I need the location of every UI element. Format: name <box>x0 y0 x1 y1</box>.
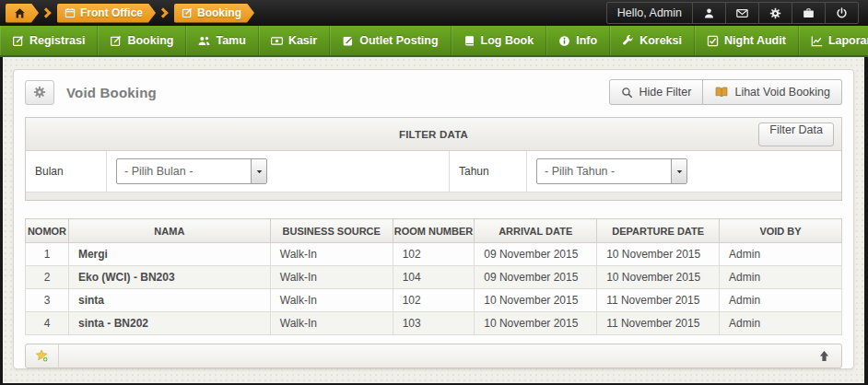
col-room-number: ROOM NUMBER <box>393 219 475 243</box>
breadcrumb-chevron-icon <box>158 7 168 18</box>
nav-item-info[interactable]: Info <box>546 26 610 55</box>
tahun-select[interactable]: - Pilih Tahun - <box>536 158 687 184</box>
filter-title: FILTER DATA <box>26 129 841 140</box>
book-icon <box>463 35 475 47</box>
cell-room-number: 103 <box>393 312 475 335</box>
col-nomor: NOMOR <box>26 219 69 243</box>
breadcrumb-label: Front Office <box>80 6 143 19</box>
nav-label: Registrasi <box>29 34 85 47</box>
users-icon <box>198 35 210 47</box>
add-favorite-button[interactable] <box>26 344 59 368</box>
header-button-group: Hide Filter Lihat Void Booking <box>609 79 842 105</box>
table-header-row: NOMOR NAMA BUSINESS SOURCE ROOM NUMBER A… <box>26 219 842 243</box>
void-booking-table: NOMOR NAMA BUSINESS SOURCE ROOM NUMBER A… <box>25 218 842 335</box>
messages-button[interactable] <box>725 3 758 23</box>
nav-label: Kasir <box>288 34 317 47</box>
caret-down-icon <box>675 168 684 176</box>
tahun-label: Tahun <box>450 151 527 192</box>
calendar-icon <box>65 7 76 18</box>
filter-data-button[interactable]: Filter Data <box>758 122 834 146</box>
cell-void-by: Admin <box>720 266 842 289</box>
bulan-select[interactable]: - Pilih Bulan - <box>116 158 267 184</box>
dropdown-arrow-button[interactable] <box>251 159 266 183</box>
cell-nomor: 4 <box>26 312 69 335</box>
cell-nomor: 2 <box>26 266 69 289</box>
cell-arrival-date: 09 November 2015 <box>475 243 597 266</box>
mail-icon <box>736 7 748 19</box>
tahun-select-value: - Pilih Tahun - <box>537 159 671 183</box>
greeting-text: Hello, Admin <box>607 3 692 23</box>
user-menu-button[interactable] <box>692 3 725 23</box>
tahun-field-cell: - Pilih Tahun - <box>527 151 841 192</box>
filter-header: FILTER DATA Filter Data <box>26 118 841 151</box>
bulan-select-value: - Pilih Bulan - <box>117 159 251 183</box>
nav-label: Log Book <box>481 34 534 47</box>
cell-business-source: Walk-In <box>270 312 393 335</box>
cell-departure-date: 11 November 2015 <box>597 289 720 312</box>
breadcrumb-front-office[interactable]: Front Office <box>57 4 156 23</box>
edit-icon <box>12 35 24 47</box>
greeting-label: Hello, Admin <box>617 6 682 19</box>
cell-nomor: 3 <box>26 289 69 312</box>
nav-item-night-audit[interactable]: Night Audit <box>695 26 799 55</box>
col-void-by: VOID BY <box>720 219 842 243</box>
main-area: Void Booking Hide Filter Lihat Void Book… <box>0 57 868 383</box>
main-nav: Registrasi Booking Tamu Kasir Outlet Pos… <box>0 26 868 57</box>
nav-item-kasir[interactable]: Kasir <box>259 26 330 55</box>
gear-icon <box>769 7 781 19</box>
cell-nama: Mergi <box>68 243 270 266</box>
col-business-source: BUSINESS SOURCE <box>270 219 393 243</box>
table-row: 4 sinta - BN202 Walk-In 103 10 November … <box>26 312 842 335</box>
caret-down-icon <box>255 168 264 176</box>
scroll-to-top-button[interactable] <box>807 344 841 368</box>
gear-icon <box>33 86 46 99</box>
hide-filter-button[interactable]: Hide Filter <box>609 79 703 105</box>
cell-room-number: 102 <box>393 289 475 312</box>
nav-item-registrasi[interactable]: Registrasi <box>0 26 98 55</box>
chart-icon <box>811 35 823 47</box>
logout-button[interactable] <box>825 3 858 23</box>
nav-label: Laporan <box>828 34 868 47</box>
cell-business-source: Walk-In <box>270 289 393 312</box>
dropdown-arrow-button[interactable] <box>671 159 686 183</box>
cell-departure-date: 11 November 2015 <box>597 312 720 335</box>
nav-item-tamu[interactable]: Tamu <box>186 26 258 55</box>
cell-void-by: Admin <box>720 243 842 266</box>
cell-departure-date: 10 November 2015 <box>597 266 720 289</box>
bulan-field-cell: - Pilih Bulan - <box>107 151 450 192</box>
content-panel: Void Booking Hide Filter Lihat Void Book… <box>13 69 854 369</box>
nav-item-laporan[interactable]: Laporan <box>799 26 868 55</box>
breadcrumb: Front Office Booking <box>6 4 254 23</box>
cell-void-by: Admin <box>720 312 842 335</box>
nav-item-log-book[interactable]: Log Book <box>452 26 547 55</box>
cell-arrival-date: 09 November 2015 <box>475 266 597 289</box>
col-arrival-date: ARRIVAL DATE <box>475 219 597 243</box>
home-icon <box>14 7 26 19</box>
nav-item-outlet-posting[interactable]: Outlet Posting <box>330 26 451 55</box>
filter-footer-strip <box>26 192 841 200</box>
bottom-toolbar <box>25 344 842 368</box>
nav-label: Info <box>576 34 597 47</box>
top-bar: Front Office Booking Hello, Admin <box>0 0 868 26</box>
nav-label: Koreksi <box>639 34 682 47</box>
page-header: Void Booking Hide Filter Lihat Void Book… <box>25 79 842 105</box>
pencil-square-icon <box>342 35 354 47</box>
nav-label: Outlet Posting <box>359 34 438 47</box>
edit-icon <box>182 7 193 18</box>
cell-arrival-date: 10 November 2015 <box>475 312 597 335</box>
nav-item-koreksi[interactable]: Koreksi <box>610 26 695 55</box>
search-icon <box>621 87 633 99</box>
lihat-void-booking-button[interactable]: Lihat Void Booking <box>703 79 842 105</box>
settings-button[interactable] <box>758 3 792 23</box>
page-title: Void Booking <box>66 85 157 100</box>
briefcase-icon <box>803 7 815 19</box>
page-settings-button[interactable] <box>25 80 54 105</box>
info-icon <box>558 35 570 47</box>
col-departure-date: DEPARTURE DATE <box>597 219 720 243</box>
cell-business-source: Walk-In <box>270 243 393 266</box>
nav-item-booking[interactable]: Booking <box>98 26 186 55</box>
workspace-button[interactable] <box>792 3 825 23</box>
breadcrumb-booking[interactable]: Booking <box>174 4 254 23</box>
filter-fields-row: Bulan - Pilih Bulan - Tahun - Pilih Tahu… <box>26 151 841 192</box>
breadcrumb-home[interactable] <box>6 4 39 23</box>
